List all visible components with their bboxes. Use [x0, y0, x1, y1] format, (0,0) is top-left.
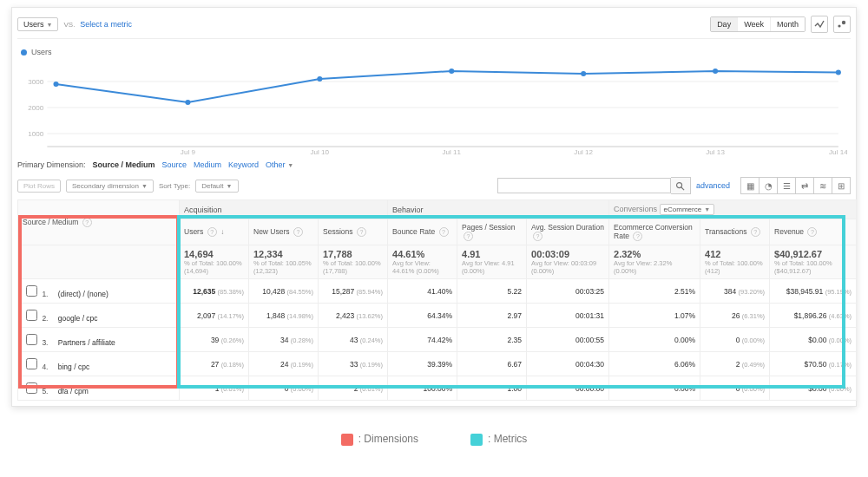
col-users[interactable]: Users ? ↓ [180, 219, 249, 245]
svg-point-7 [185, 100, 190, 105]
time-granularity: Day Week Month [710, 16, 806, 32]
advanced-link[interactable]: advanced [696, 181, 730, 190]
svg-point-1 [842, 21, 845, 24]
col-trans[interactable]: Transactions ? [700, 219, 770, 245]
svg-point-11 [713, 69, 718, 74]
plot-rows-button[interactable]: Plot Rows [17, 180, 61, 193]
view-pivot-icon[interactable]: ⊞ [832, 177, 851, 194]
xtick: Jul 9 [181, 148, 196, 155]
table-toolbar: Plot Rows Secondary dimension ▼ Sort Typ… [17, 174, 851, 199]
legend-bottom: : Dimensions : Metrics [0, 433, 868, 446]
group-behavior: Behavior [388, 200, 609, 219]
row-checkbox[interactable] [26, 285, 37, 297]
metric-selector[interactable]: Users ▼ [17, 17, 58, 31]
svg-point-8 [317, 76, 322, 82]
svg-point-10 [581, 71, 586, 76]
search-input[interactable] [497, 178, 671, 193]
sort-type-select[interactable]: Default ▼ [195, 180, 238, 193]
table-row: 5. dfa / cpm1 (0.01%)0 (0.00%)2 (0.01%)1… [18, 376, 857, 401]
dim-keyword[interactable]: Keyword [228, 160, 259, 169]
view-bar-icon[interactable]: ☰ [778, 177, 796, 194]
view-table-icon[interactable]: ▦ [740, 177, 760, 194]
chart-type-icon[interactable] [811, 16, 828, 33]
xtick: Jul 10 [311, 148, 330, 155]
total-trans: 412% of Total: 100.00% (412) [700, 245, 770, 279]
sort-type-label: Sort Type: [159, 182, 190, 190]
row-checkbox[interactable] [26, 358, 37, 369]
chart-toolbar: Users ▼ VS. Select a metric Day Week Mon… [17, 13, 851, 39]
table-row: 2. google / cpc2,097 (14.17%)1,848 (14.9… [18, 304, 857, 328]
xtick: Jul 14 [829, 148, 847, 155]
total-users: 14,694% of Total: 100.00% (14,694) [180, 245, 249, 279]
vs-label: VS. [63, 21, 75, 29]
total-ecr: 2.32%Avg for View: 2.32% (0.00%) [609, 245, 700, 279]
ytick: 2000 [28, 104, 44, 112]
view-mode-group: ▦ ◔ ☰ ⇄ ≋ ⊞ [740, 177, 851, 194]
total-pps: 4.91Avg for View: 4.91 (0.00%) [457, 245, 527, 279]
conversions-selector[interactable]: eCommerce ▼ [660, 204, 715, 215]
granularity-day[interactable]: Day [711, 17, 738, 31]
group-acquisition: Acquisition [180, 200, 388, 219]
search-button[interactable] [671, 177, 691, 194]
xtick: Jul 13 [706, 148, 725, 155]
svg-point-0 [838, 24, 840, 27]
col-pps[interactable]: Pages / Session ? [457, 219, 527, 245]
source-link[interactable]: bing / cpc [58, 363, 89, 371]
source-link[interactable]: dfa / cpm [58, 387, 89, 395]
col-rev[interactable]: Revenue ? [770, 219, 857, 245]
group-conversions: Conversions eCommerce ▼ [609, 200, 857, 219]
total-avg: 00:03:09Avg for View: 00:03:09 (0.00%) [527, 245, 609, 279]
select-metric[interactable]: Select a metric [80, 20, 132, 29]
col-source-medium[interactable]: Source / Medium ? [18, 200, 180, 245]
row-checkbox[interactable] [26, 334, 37, 345]
swatch-dimensions [341, 434, 353, 446]
col-bounce[interactable]: Bounce Rate ? [388, 219, 457, 245]
col-avg[interactable]: Avg. Session Duration ? [527, 219, 609, 245]
view-pie-icon[interactable]: ◔ [760, 177, 778, 194]
sort-arrow-icon: ↓ [220, 228, 224, 236]
source-link[interactable]: (direct) / (none) [58, 290, 108, 298]
total-bounce: 44.61%Avg for View: 44.61% (0.00%) [388, 245, 457, 279]
dim-source[interactable]: Source [162, 160, 187, 169]
secondary-dimension[interactable]: Secondary dimension ▼ [66, 180, 154, 193]
data-table: Source / Medium ? Acquisition Behavior C… [17, 199, 857, 401]
row-checkbox[interactable] [26, 382, 37, 394]
ytick: 3000 [28, 78, 44, 86]
source-link[interactable]: google / cpc [58, 314, 98, 323]
source-link[interactable]: Partners / affiliate [58, 338, 115, 347]
dim-other[interactable]: Other ▼ [266, 160, 293, 169]
table-row: 1. (direct) / (none)12,635 (85.38%)10,42… [18, 279, 857, 304]
svg-point-13 [677, 182, 682, 187]
total-sessions: 17,788% of Total: 100.00% (17,788) [319, 245, 388, 279]
dim-source-medium[interactable]: Source / Medium [93, 160, 155, 169]
dim-medium[interactable]: Medium [194, 160, 221, 169]
row-checkbox[interactable] [26, 310, 37, 321]
series-dot-icon [21, 49, 27, 56]
col-ecr[interactable]: Ecommerce Conversion Rate ? [609, 219, 700, 245]
total-new-users: 12,334% of Total: 100.05% (12,323) [249, 245, 319, 279]
xtick: Jul 12 [574, 148, 593, 155]
svg-line-14 [681, 186, 684, 189]
primary-dimension-row: Primary Dimension: Source / Medium Sourc… [17, 155, 851, 174]
svg-point-12 [836, 70, 841, 75]
table-row: 3. Partners / affiliate39 (0.26%)34 (0.2… [18, 328, 857, 352]
view-term-cloud-icon[interactable]: ≋ [814, 177, 832, 194]
col-new-users[interactable]: New Users ? [249, 219, 319, 245]
total-rev: $40,912.67% of Total: 100.00% ($40,912.6… [770, 245, 857, 279]
view-comparison-icon[interactable]: ⇄ [796, 177, 814, 194]
svg-point-6 [53, 82, 58, 87]
col-sessions[interactable]: Sessions ? [319, 219, 388, 245]
granularity-week[interactable]: Week [738, 17, 771, 31]
svg-point-9 [449, 69, 454, 74]
table-row: 4. bing / cpc27 (0.18%)24 (0.19%)33 (0.1… [18, 352, 857, 376]
swatch-metrics [470, 434, 483, 446]
xtick: Jul 11 [442, 148, 461, 155]
motion-chart-icon[interactable] [833, 16, 851, 33]
granularity-month[interactable]: Month [771, 17, 805, 31]
chart-area: Users 3000 2000 1000 Jul 9 Jul 10 Jul 11… [17, 39, 851, 155]
ytick: 1000 [28, 130, 44, 138]
series-label: Users [31, 48, 52, 56]
